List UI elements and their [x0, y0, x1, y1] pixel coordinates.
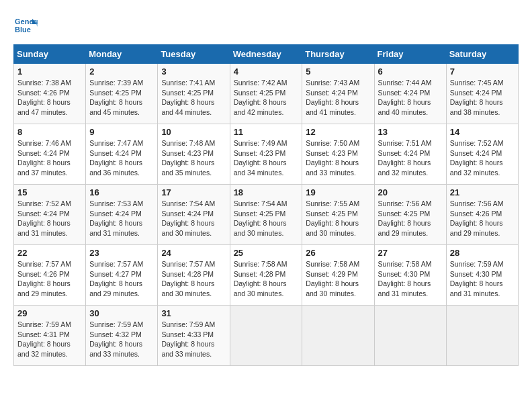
day-info: Sunrise: 7:41 AMSunset: 4:25 PMDaylight:… [161, 79, 215, 116]
svg-text:Blue: Blue [15, 26, 31, 34]
day-info: Sunrise: 7:52 AMSunset: 4:24 PMDaylight:… [17, 199, 71, 237]
calendar-cell: 27 Sunrise: 7:58 AMSunset: 4:30 PMDaylig… [374, 245, 446, 306]
day-number: 31 [161, 308, 226, 318]
day-info: Sunrise: 7:50 AMSunset: 4:23 PMDaylight:… [306, 139, 359, 177]
calendar-cell: 31 Sunrise: 7:59 AMSunset: 4:33 PMDaylig… [158, 306, 230, 366]
calendar-week-row: 29 Sunrise: 7:59 AMSunset: 4:31 PMDaylig… [14, 306, 519, 366]
day-info: Sunrise: 7:56 AMSunset: 4:26 PMDaylight:… [450, 199, 504, 237]
calendar-cell: 20 Sunrise: 7:56 AMSunset: 4:25 PMDaylig… [374, 185, 446, 245]
day-number: 13 [378, 127, 443, 137]
day-number: 12 [306, 127, 370, 137]
weekday-header-wednesday: Wednesday [230, 45, 302, 64]
day-info: Sunrise: 7:58 AMSunset: 4:29 PMDaylight:… [306, 260, 359, 298]
calendar-week-row: 15 Sunrise: 7:52 AMSunset: 4:24 PMDaylig… [14, 185, 519, 245]
day-info: Sunrise: 7:42 AMSunset: 4:25 PMDaylight:… [234, 79, 287, 116]
calendar-cell: 2 Sunrise: 7:39 AMSunset: 4:25 PMDayligh… [86, 64, 158, 124]
day-number: 18 [234, 187, 299, 197]
day-number: 23 [89, 248, 154, 258]
calendar-cell: 11 Sunrise: 7:49 AMSunset: 4:23 PMDaylig… [230, 124, 302, 185]
day-info: Sunrise: 7:57 AMSunset: 4:27 PMDaylight:… [89, 260, 143, 298]
calendar-cell: 15 Sunrise: 7:52 AMSunset: 4:24 PMDaylig… [14, 185, 86, 245]
calendar-cell: 22 Sunrise: 7:57 AMSunset: 4:26 PMDaylig… [14, 245, 86, 306]
day-info: Sunrise: 7:44 AMSunset: 4:24 PMDaylight:… [378, 79, 432, 116]
calendar-cell: 10 Sunrise: 7:48 AMSunset: 4:23 PMDaylig… [158, 124, 230, 185]
day-number: 5 [306, 66, 370, 77]
day-number: 29 [17, 308, 82, 318]
day-info: Sunrise: 7:57 AMSunset: 4:28 PMDaylight:… [161, 260, 215, 298]
calendar-cell: 21 Sunrise: 7:56 AMSunset: 4:26 PMDaylig… [446, 185, 518, 245]
day-number: 15 [17, 187, 82, 197]
calendar-week-row: 1 Sunrise: 7:38 AMSunset: 4:26 PMDayligh… [14, 64, 519, 124]
day-number: 26 [306, 248, 370, 258]
day-info: Sunrise: 7:56 AMSunset: 4:25 PMDaylight:… [378, 199, 432, 237]
calendar-table: SundayMondayTuesdayWednesdayThursdayFrid… [13, 44, 519, 366]
calendar-cell: 16 Sunrise: 7:53 AMSunset: 4:24 PMDaylig… [86, 185, 158, 245]
weekday-header-thursday: Thursday [302, 45, 374, 64]
day-number: 9 [89, 127, 154, 137]
calendar-cell: 6 Sunrise: 7:44 AMSunset: 4:24 PMDayligh… [374, 64, 446, 124]
calendar-cell [446, 306, 518, 366]
calendar-cell [230, 306, 302, 366]
day-info: Sunrise: 7:55 AMSunset: 4:25 PMDaylight:… [306, 199, 359, 237]
calendar-cell: 18 Sunrise: 7:54 AMSunset: 4:25 PMDaylig… [230, 185, 302, 245]
calendar-week-row: 8 Sunrise: 7:46 AMSunset: 4:24 PMDayligh… [14, 124, 519, 185]
calendar-cell: 1 Sunrise: 7:38 AMSunset: 4:26 PMDayligh… [14, 64, 86, 124]
day-number: 24 [161, 248, 226, 258]
day-number: 6 [378, 66, 443, 77]
day-number: 17 [161, 187, 226, 197]
day-info: Sunrise: 7:54 AMSunset: 4:25 PMDaylight:… [234, 199, 287, 237]
day-number: 16 [89, 187, 154, 197]
day-number: 2 [89, 66, 154, 77]
day-info: Sunrise: 7:48 AMSunset: 4:23 PMDaylight:… [161, 139, 215, 177]
calendar-cell: 7 Sunrise: 7:45 AMSunset: 4:24 PMDayligh… [446, 64, 518, 124]
calendar-cell: 3 Sunrise: 7:41 AMSunset: 4:25 PMDayligh… [158, 64, 230, 124]
logo-icon: General Blue [13, 13, 38, 38]
calendar-cell: 30 Sunrise: 7:59 AMSunset: 4:32 PMDaylig… [86, 306, 158, 366]
calendar-cell: 28 Sunrise: 7:59 AMSunset: 4:30 PMDaylig… [446, 245, 518, 306]
day-info: Sunrise: 7:52 AMSunset: 4:24 PMDaylight:… [450, 139, 504, 177]
day-number: 22 [17, 248, 82, 258]
day-number: 20 [378, 187, 443, 197]
calendar-cell: 9 Sunrise: 7:47 AMSunset: 4:24 PMDayligh… [86, 124, 158, 185]
calendar-cell: 17 Sunrise: 7:54 AMSunset: 4:24 PMDaylig… [158, 185, 230, 245]
weekday-header-sunday: Sunday [14, 45, 86, 64]
calendar-cell: 29 Sunrise: 7:59 AMSunset: 4:31 PMDaylig… [14, 306, 86, 366]
day-number: 19 [306, 187, 370, 197]
day-info: Sunrise: 7:54 AMSunset: 4:24 PMDaylight:… [161, 199, 215, 237]
day-info: Sunrise: 7:39 AMSunset: 4:25 PMDaylight:… [89, 79, 143, 116]
day-number: 3 [161, 66, 226, 77]
weekday-header-tuesday: Tuesday [158, 45, 230, 64]
day-info: Sunrise: 7:47 AMSunset: 4:24 PMDaylight:… [89, 139, 143, 177]
day-number: 8 [17, 127, 82, 137]
day-info: Sunrise: 7:59 AMSunset: 4:31 PMDaylight:… [17, 320, 71, 358]
day-info: Sunrise: 7:59 AMSunset: 4:33 PMDaylight:… [161, 320, 215, 358]
day-info: Sunrise: 7:46 AMSunset: 4:24 PMDaylight:… [17, 139, 71, 177]
calendar-cell: 5 Sunrise: 7:43 AMSunset: 4:24 PMDayligh… [302, 64, 374, 124]
day-info: Sunrise: 7:57 AMSunset: 4:26 PMDaylight:… [17, 260, 71, 298]
weekday-header-monday: Monday [86, 45, 158, 64]
day-number: 7 [450, 66, 515, 77]
calendar-cell: 19 Sunrise: 7:55 AMSunset: 4:25 PMDaylig… [302, 185, 374, 245]
calendar-cell: 4 Sunrise: 7:42 AMSunset: 4:25 PMDayligh… [230, 64, 302, 124]
calendar-cell: 26 Sunrise: 7:58 AMSunset: 4:29 PMDaylig… [302, 245, 374, 306]
day-info: Sunrise: 7:43 AMSunset: 4:24 PMDaylight:… [306, 79, 359, 116]
day-info: Sunrise: 7:58 AMSunset: 4:30 PMDaylight:… [378, 260, 432, 298]
day-number: 25 [234, 248, 299, 258]
day-number: 10 [161, 127, 226, 137]
calendar-week-row: 22 Sunrise: 7:57 AMSunset: 4:26 PMDaylig… [14, 245, 519, 306]
day-info: Sunrise: 7:53 AMSunset: 4:24 PMDaylight:… [89, 199, 143, 237]
day-number: 21 [450, 187, 515, 197]
day-number: 4 [234, 66, 299, 77]
day-info: Sunrise: 7:51 AMSunset: 4:24 PMDaylight:… [378, 139, 432, 177]
day-info: Sunrise: 7:59 AMSunset: 4:32 PMDaylight:… [89, 320, 143, 358]
calendar-cell: 25 Sunrise: 7:58 AMSunset: 4:28 PMDaylig… [230, 245, 302, 306]
calendar-cell: 12 Sunrise: 7:50 AMSunset: 4:23 PMDaylig… [302, 124, 374, 185]
day-number: 1 [17, 66, 82, 77]
day-number: 30 [89, 308, 154, 318]
day-number: 11 [234, 127, 299, 137]
calendar-cell [302, 306, 374, 366]
day-number: 28 [450, 248, 515, 258]
calendar-header-row: SundayMondayTuesdayWednesdayThursdayFrid… [14, 45, 519, 64]
calendar-cell [374, 306, 446, 366]
day-info: Sunrise: 7:45 AMSunset: 4:24 PMDaylight:… [450, 79, 504, 116]
